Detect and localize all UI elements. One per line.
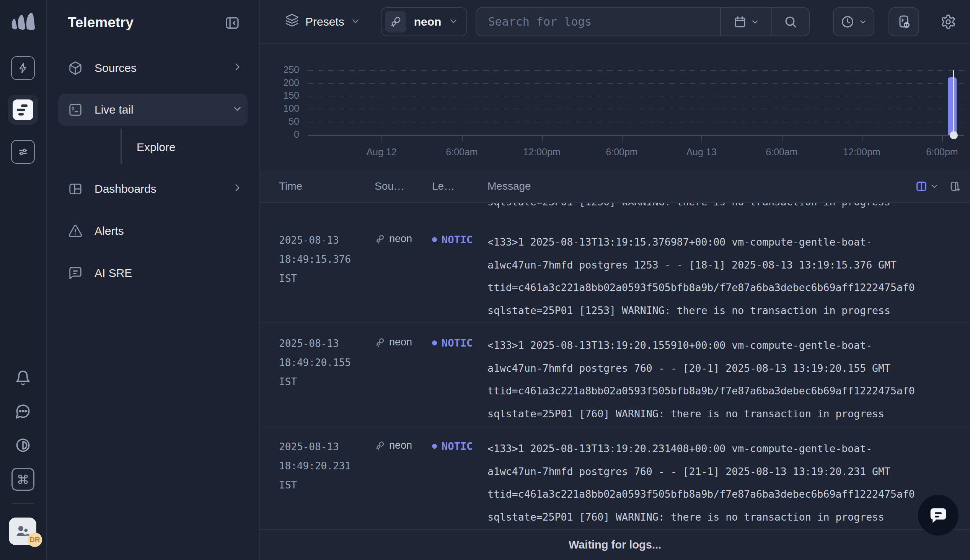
log-search-group (476, 7, 810, 36)
log-message: <133>1 2025-08-13T13:19:15.376987+00:00 … (487, 231, 970, 322)
axis-tick (622, 135, 623, 142)
time-range-selector[interactable] (833, 7, 874, 36)
y-tick: 0 (263, 129, 299, 140)
settings-button[interactable] (940, 14, 956, 30)
level-dot (432, 237, 437, 242)
terminal-code-button[interactable] (888, 7, 919, 36)
log-timestamp: 2025-08-1318:49:15.376IST (279, 231, 375, 288)
search-input[interactable] (477, 8, 720, 35)
sidebar-item-sources[interactable]: Sources (58, 52, 248, 84)
logs-main: Presets neon (260, 0, 970, 560)
level-dot (432, 444, 437, 449)
rail-item-logs-active[interactable] (8, 95, 38, 125)
gridline (308, 70, 964, 71)
chevron-right-icon (232, 62, 242, 75)
x-tick-label: Aug 12 (366, 147, 397, 158)
x-tick-label: 12:00pm (843, 147, 880, 158)
x-tick-label: 12:00pm (523, 147, 560, 158)
x-tick-label: 6:00pm (926, 147, 958, 158)
columns-layout-button[interactable] (915, 180, 928, 193)
log-row[interactable]: 2025-08-1318:49:20.155IST neon NOTIC <13… (260, 323, 970, 427)
log-row[interactable]: 2025-08-1318:49:15.376IST neon NOTIC <13… (260, 220, 970, 323)
histogram-bar[interactable] (948, 77, 957, 135)
rail-divider (12, 503, 34, 504)
page-title: Telemetry (68, 15, 133, 31)
source-name: neon (414, 15, 442, 28)
app-window: DR Telemetry Sources Live tail Ex (0, 0, 970, 560)
middleware-logo[interactable] (9, 10, 37, 33)
log-level: NOTIC (432, 440, 487, 452)
sliders-icon (11, 140, 35, 164)
y-tick: 200 (263, 77, 299, 88)
feedback-chat-button[interactable] (15, 403, 31, 419)
source-selector[interactable]: neon (381, 7, 468, 36)
chat-bubble-icon (928, 505, 948, 525)
x-tick-label: Aug 13 (686, 147, 716, 158)
logs-icon (13, 100, 33, 120)
log-source: neon (375, 336, 432, 348)
chevron-right-icon (232, 182, 242, 195)
user-initials-badge[interactable]: DR (28, 532, 42, 547)
log-source: neon (375, 440, 432, 452)
y-tick: 50 (263, 116, 299, 127)
axis-tick (542, 135, 543, 142)
sidebar-item-dashboards[interactable]: Dashboards (58, 173, 248, 205)
clock-icon (841, 15, 855, 29)
command-palette-button[interactable] (12, 468, 35, 491)
presets-label: Presets (305, 15, 344, 28)
chevron-down-icon (931, 183, 938, 190)
add-column-icon (948, 180, 962, 193)
gear-icon (940, 14, 956, 30)
y-tick: 150 (263, 90, 299, 101)
cube-icon (68, 61, 83, 75)
tree-guide-line (120, 128, 122, 164)
live-cursor-dot[interactable] (950, 131, 958, 139)
log-message: <133>1 2025-08-13T13:19:20.155910+00:00 … (487, 334, 970, 425)
column-header-level[interactable]: Le… (432, 180, 487, 192)
terminal-icon (68, 103, 83, 117)
dashboard-layout-icon (68, 182, 83, 196)
level-dot (432, 340, 437, 345)
add-column-button[interactable] (948, 180, 962, 193)
rail-item-settings-sliders[interactable] (11, 140, 35, 164)
chevron-down-icon (351, 15, 360, 28)
collapse-sidebar-button[interactable] (225, 15, 240, 32)
message-lines-icon (68, 266, 83, 280)
alert-triangle-icon (68, 224, 83, 238)
log-level: NOTIC (432, 337, 487, 349)
device-code-icon (896, 14, 912, 30)
chat-dots-icon (15, 403, 31, 419)
log-volume-chart[interactable]: 250 200 150 100 50 0 Aug 12 6:00am 12:00… (260, 44, 970, 170)
neon-source-icon (375, 440, 385, 451)
log-timestamp: 2025-08-1318:49:20.231IST (279, 437, 375, 495)
rail-item-quickstart[interactable] (11, 56, 35, 80)
run-search-button[interactable] (772, 8, 809, 35)
gridline (308, 96, 964, 97)
axis-tick (702, 135, 702, 142)
column-header-source[interactable]: Sou… (375, 180, 432, 192)
axis-tick (782, 135, 783, 142)
y-tick: 100 (263, 103, 299, 114)
column-header-time[interactable]: Time (279, 180, 375, 192)
sidebar-item-live-tail[interactable]: Live tail (58, 94, 248, 126)
chevron-down-icon (751, 18, 759, 26)
axis-tick (382, 135, 382, 142)
theme-contrast-toggle[interactable] (15, 437, 31, 453)
log-row[interactable]: 2025-08-1318:49:20.231IST neon NOTIC <13… (260, 427, 970, 530)
axis-tick (462, 135, 463, 142)
log-table-header: Time Sou… Le… Message (260, 170, 970, 203)
sidebar-item-explore[interactable]: Explore (137, 141, 176, 154)
sidebar-item-alerts[interactable]: Alerts (58, 215, 248, 247)
sidebar-item-ai-sre[interactable]: AI SRE (58, 257, 248, 289)
presets-dropdown[interactable]: Presets (285, 13, 360, 30)
column-header-message[interactable]: Message (487, 180, 970, 192)
log-message: <133>1 2025-08-13T13:19:20.231408+00:00 … (487, 437, 970, 528)
log-level: NOTIC (432, 234, 487, 245)
gridline (308, 108, 964, 109)
clipped-log-row[interactable]: sqlstate=25P01 [1250] WARNING: there is … (260, 203, 970, 220)
lightning-icon (11, 56, 35, 80)
support-chat-fab[interactable] (918, 495, 958, 535)
notifications-bell-button[interactable] (15, 370, 31, 386)
saved-filters-button[interactable] (720, 8, 772, 35)
panel-collapse-icon (225, 15, 240, 31)
